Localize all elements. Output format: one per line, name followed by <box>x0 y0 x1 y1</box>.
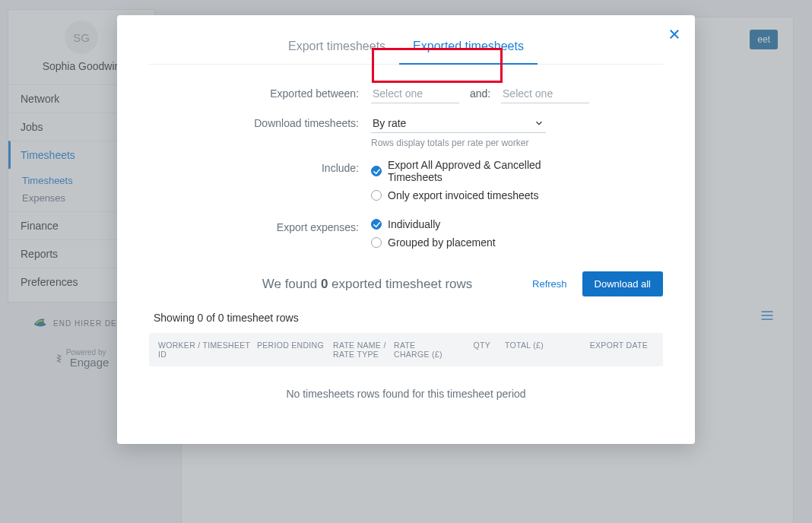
results-prefix: We found <box>262 277 321 291</box>
date-from-input[interactable] <box>371 84 459 103</box>
tab-export-timesheets[interactable]: Export timesheets <box>274 30 399 64</box>
radio-unchecked-icon <box>371 190 382 201</box>
th-ratecharge: RATE CHARGE (£) <box>394 341 458 359</box>
row-download-timesheets: Download timesheets: By rate Rows displa… <box>149 114 663 148</box>
results-table-header: WORKER / TIMESHEET ID PERIOD ENDING RATE… <box>149 333 663 366</box>
label-download-timesheets: Download timesheets: <box>149 114 371 129</box>
download-mode-hint: Rows display totals per rate per worker <box>371 138 663 148</box>
close-icon[interactable] <box>668 27 681 41</box>
results-summary: We found 0 exported timesheet rows <box>149 277 517 292</box>
date-to-input[interactable] <box>501 84 589 103</box>
results-count: 0 <box>321 277 328 291</box>
tab-exported-timesheets[interactable]: Exported timesheets <box>399 30 538 64</box>
th-worker: WORKER / TIMESHEET ID <box>158 341 257 359</box>
label-include: Include: <box>149 159 371 174</box>
label-export-expenses: Export expenses: <box>149 218 371 233</box>
refresh-link[interactable]: Refresh <box>532 278 567 290</box>
include-option-invoiced[interactable]: Only export invoiced timesheets <box>371 189 663 201</box>
th-period: PERIOD ENDING <box>257 341 333 359</box>
download-all-button[interactable]: Download all <box>582 271 663 296</box>
results-suffix: exported timesheet rows <box>328 277 472 291</box>
include-option-all[interactable]: Export All Approved & Cancelled Timeshee… <box>371 159 663 183</box>
th-ratename: RATE NAME / RATE TYPE <box>333 341 394 359</box>
include-option-invoiced-label: Only export invoiced timesheets <box>388 189 538 201</box>
radio-unchecked-icon <box>371 237 382 248</box>
showing-text: Showing 0 of 0 timesheet rows <box>154 312 663 324</box>
radio-checked-icon <box>371 219 382 230</box>
modal-tabs: Export timesheets Exported timesheets <box>149 30 663 65</box>
empty-state-text: No timesheets rows found for this timesh… <box>149 366 663 421</box>
row-export-expenses: Export expenses: Individually Grouped by… <box>149 218 663 255</box>
and-label: and: <box>470 87 490 100</box>
row-include: Include: Export All Approved & Cancelled… <box>149 159 663 208</box>
include-option-all-label: Export All Approved & Cancelled Timeshee… <box>388 159 563 183</box>
download-mode-select[interactable]: By rate <box>371 114 546 133</box>
row-exported-between: Exported between: and: <box>149 84 663 103</box>
th-exportdate: EXPORT DATE <box>550 341 654 359</box>
label-exported-between: Exported between: <box>149 84 371 100</box>
exported-timesheets-modal: Export timesheets Exported timesheets Ex… <box>117 15 695 444</box>
th-total: TOTAL (£) <box>496 341 550 359</box>
expenses-option-individually-label: Individually <box>388 218 440 230</box>
chevron-down-icon <box>534 118 544 128</box>
expenses-option-grouped-label: Grouped by placement <box>388 236 496 249</box>
export-filters-form: Exported between: and: Download timeshee… <box>149 84 663 255</box>
expenses-option-individually[interactable]: Individually <box>371 218 663 230</box>
expenses-option-grouped[interactable]: Grouped by placement <box>371 236 663 249</box>
download-mode-value: By rate <box>373 117 406 129</box>
modal-overlay: Export timesheets Exported timesheets Ex… <box>0 0 812 523</box>
th-qty: QTY <box>458 341 496 359</box>
results-bar: We found 0 exported timesheet rows Refre… <box>149 271 663 296</box>
radio-checked-icon <box>371 166 382 176</box>
